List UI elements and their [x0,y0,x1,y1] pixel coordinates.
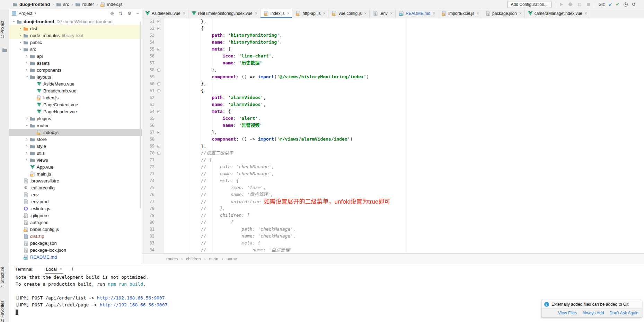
code-line[interactable]: { [168,87,644,94]
editor-tab[interactable]: {}package.json× [482,9,525,18]
code-line[interactable]: // path: 'checkManage', [168,163,644,170]
code-line[interactable]: }, [168,18,644,25]
code-line[interactable]: meta: { [168,108,644,115]
project-view-dropdown[interactable]: Project ▾ [12,11,36,16]
notification-action-link[interactable]: View Files [558,311,577,315]
tree-item[interactable]: App.vue [9,163,142,170]
tree-item[interactable]: JSindex.js [9,129,142,136]
code-line[interactable]: name: '历史数据' [168,60,644,66]
code-line[interactable]: // name: 'checkManage', [168,233,644,240]
tree-item[interactable]: ›layouts [9,73,142,80]
gear-icon[interactable]: ⚙ [127,11,132,16]
close-icon[interactable]: × [322,11,325,16]
chevron-collapsed-icon[interactable]: › [18,40,23,45]
close-icon[interactable]: × [363,11,367,16]
breadcrumb-item[interactable]: router [75,2,94,7]
chevron-expanded-icon[interactable]: › [25,74,29,80]
tree-item[interactable]: PageContent.vue [9,101,142,108]
add-configuration-button[interactable]: Add Configuration... [507,1,552,8]
fold-marker-icon[interactable] [155,27,163,30]
editor-tab[interactable]: JShttp-api.js× [292,9,328,18]
tree-item[interactable]: {}auth.json [9,219,142,226]
tree-item[interactable]: {}package.json [9,240,142,247]
chevron-collapsed-icon[interactable]: › [24,144,29,149]
locate-file-icon[interactable]: ⊕ [110,11,114,16]
tree-item[interactable]: .eslintrc.js [9,205,142,212]
editor-breadcrumb-item[interactable]: meta [209,257,218,261]
tree-item[interactable]: ›views [9,156,142,163]
editor-tab[interactable]: realTimeMonitoring\index.vue× [188,9,261,18]
git-commit-icon[interactable]: ✔ [616,2,619,7]
hide-panel-icon[interactable]: − [136,11,139,16]
code-line[interactable]: }, [168,143,644,150]
tree-item[interactable]: ›public [9,39,142,46]
tree-item[interactable]: ›node_moduleslibrary root [9,32,142,39]
tool-tab-favorites[interactable]: 2: Favorites [0,301,9,322]
tree-item[interactable]: JSindex.js [9,94,142,101]
terminal-link[interactable]: http://192.168.66.56:9007 [97,295,165,301]
editor-code[interactable]: }, { path: 'historyMonitoring', name: 'h… [164,18,644,253]
code-line[interactable]: // }, [168,205,644,212]
code-line[interactable]: // meta: { [168,177,644,184]
tree-item[interactable]: MDREADME.md [9,253,142,260]
editor-breadcrumb-item[interactable]: name [227,257,237,261]
tree-item[interactable]: {}package-lock.json [9,247,142,253]
close-icon[interactable]: × [519,11,522,16]
tool-tab-structure[interactable]: 7: Structure [0,267,9,288]
fold-marker-icon[interactable] [155,145,163,148]
fold-marker-icon[interactable] [155,82,163,86]
chevron-collapsed-icon[interactable]: › [24,116,29,121]
editor-tab[interactable]: MDREADME.md× [396,9,438,18]
git-history-icon[interactable] [623,2,628,7]
editor-tab[interactable]: JSindex.js× [261,9,293,18]
collapse-all-icon[interactable]: ⇅ [119,11,123,16]
close-icon[interactable]: × [584,11,587,16]
tree-item[interactable]: .env [9,191,142,198]
tree-item[interactable]: .gitignore [9,212,142,219]
code-line[interactable]: // name: '盘点管理', [168,191,644,198]
breadcrumb-item[interactable]: duoji-frontend [12,2,50,7]
code-line[interactable]: { [168,25,644,32]
tool-tab-project[interactable]: 1: Project [0,21,9,38]
close-icon[interactable]: × [254,11,257,16]
chevron-collapsed-icon[interactable]: › [24,137,29,142]
code-line[interactable]: }, [168,129,644,136]
editor-tab[interactable]: JSimportExcel.js× [438,9,482,18]
tree-item[interactable]: ›router [9,122,142,129]
close-icon[interactable]: × [182,11,185,16]
tree-item[interactable]: ›components [9,66,142,73]
code-line[interactable]: // unfold:true 如需设置展开的二级菜单，unfold设置为true… [168,198,644,205]
editor-tab[interactable]: cameraManage\index.vue× [525,9,590,18]
notification-action-link[interactable]: Always Add [582,311,604,315]
editor-tab[interactable]: JSvue.config.js× [328,9,370,18]
terminal-link[interactable]: http://192.168.66.56:9007 [100,302,168,307]
chevron-expanded-icon[interactable]: › [18,47,23,52]
fold-marker-icon[interactable] [155,89,163,92]
breadcrumb-item[interactable]: JSindex.js [100,2,122,7]
terminal-tab-local[interactable]: Local × [45,264,63,274]
tree-item[interactable]: .browserslistrc [9,177,142,184]
tree-item[interactable]: JSmain.js [9,170,142,177]
chevron-collapsed-icon[interactable]: › [24,151,29,155]
breadcrumb-item[interactable]: src [56,2,69,7]
chevron-expanded-icon[interactable]: › [11,19,16,24]
git-update-icon[interactable]: ↙ [608,2,612,7]
code-line[interactable]: // { [168,219,644,226]
tree-item[interactable]: ›utils [9,150,142,156]
tree-item[interactable]: PageHeader.vue [9,108,142,115]
editor-breadcrumb-item[interactable]: children [186,257,201,261]
tree-item[interactable]: AsideMenu.vue [9,80,142,87]
fold-marker-icon[interactable] [155,48,163,51]
stop-icon[interactable] [586,2,591,7]
close-icon[interactable]: × [476,11,479,16]
editor-breadcrumb-item[interactable]: routes [166,257,178,261]
close-icon[interactable]: × [286,11,289,16]
tree-item[interactable]: ›store [9,136,142,143]
code-line[interactable]: // icon: 'form', [168,184,644,191]
code-line[interactable]: icon: 'line-chart', [168,53,644,60]
chevron-collapsed-icon[interactable]: › [18,26,23,31]
chevron-expanded-icon[interactable]: › [25,123,29,128]
run-icon[interactable] [559,2,564,7]
code-line[interactable]: // name: 'checkManage', [168,170,644,177]
code-line[interactable]: }, [168,66,644,73]
